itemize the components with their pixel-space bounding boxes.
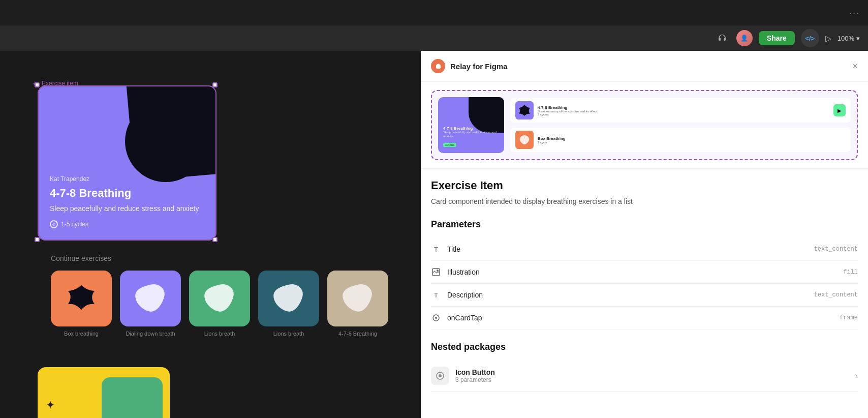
param-row-description: T Description text_content bbox=[431, 284, 858, 307]
panel-header: Relay for Figma × bbox=[421, 51, 868, 82]
exercise-name: Dialing down breath bbox=[126, 331, 175, 337]
component-title: Exercise Item bbox=[431, 179, 858, 192]
param-row-illustration: Illustration fill bbox=[431, 261, 858, 284]
relay-logo bbox=[431, 59, 445, 73]
list-item[interactable]: Box breathing bbox=[51, 271, 112, 337]
preview-mini-title: 4-7-8 Breathing bbox=[443, 126, 499, 131]
text-icon: T bbox=[431, 290, 441, 300]
toolbar: 👤 Share </> ▷ 100% ▾ bbox=[0, 25, 868, 51]
canvas: ✦ Exercise item Kat Trapendez 4-7-8 Brea… bbox=[0, 51, 421, 418]
preview-item-badge: 3 cycles bbox=[538, 113, 829, 116]
relay-panel: Relay for Figma × 4-7-8 Breathing Sleep … bbox=[421, 51, 868, 418]
preview-item-text: Box Breathing 1 cycle bbox=[538, 136, 846, 144]
preview-item-thumb bbox=[515, 101, 534, 120]
card-title: 4-7-8 Breathing bbox=[50, 187, 204, 200]
svg-point-5 bbox=[439, 374, 442, 377]
preview-list: 4-7-8 Breathing Short summary of the exe… bbox=[510, 98, 851, 152]
card-component-label: Exercise item bbox=[42, 80, 78, 87]
topbar: ··· bbox=[0, 0, 868, 25]
card-description: Sleep peacefully and reduce stress and a… bbox=[50, 204, 204, 214]
play-button[interactable]: ▷ bbox=[825, 34, 831, 43]
preview-item-btn[interactable]: ▶ bbox=[833, 104, 846, 116]
parameters-section-title: Parameters bbox=[431, 219, 858, 230]
nested-item-icon bbox=[431, 367, 449, 385]
selection-handle-tr[interactable] bbox=[212, 82, 218, 87]
exercise-name: 4-7-8 Breathing bbox=[338, 331, 377, 337]
preview-item-title: Box Breathing bbox=[538, 136, 846, 141]
preview-frame: 4-7-8 Breathing Sleep peacefully and red… bbox=[431, 90, 858, 160]
list-item[interactable]: 4-7-8 Breathing bbox=[327, 271, 388, 337]
component-desc: Card component intended to display breat… bbox=[431, 196, 858, 207]
svg-point-3 bbox=[435, 317, 437, 319]
more-options-icon[interactable]: ··· bbox=[849, 8, 860, 18]
cycles-clock-icon: ⏱ bbox=[50, 220, 58, 228]
param-name: Title bbox=[447, 245, 808, 253]
param-type: frame bbox=[840, 314, 858, 321]
text-icon: T bbox=[431, 244, 441, 254]
preview-item-text: 4-7-8 Breathing Short summary of the exe… bbox=[538, 105, 829, 116]
svg-point-1 bbox=[437, 270, 439, 272]
exercise-card[interactable]: Kat Trapendez 4-7-8 Breathing Sleep peac… bbox=[38, 85, 216, 241]
nested-item-icon-button[interactable]: Icon Button 3 parameters › bbox=[431, 361, 858, 392]
selection-handle-tl[interactable] bbox=[35, 82, 40, 87]
exercise-thumbnail-tan bbox=[327, 271, 388, 326]
preview-list-item: 4-7-8 Breathing Short summary of the exe… bbox=[510, 98, 851, 123]
panel-content: Exercise Item Card component intended to… bbox=[421, 169, 868, 418]
card-cycles: ⏱ 1-5 cycles bbox=[50, 220, 204, 228]
list-item[interactable]: Dialing down breath bbox=[120, 271, 181, 337]
param-row-oncardtap: onCardTap frame bbox=[431, 307, 858, 330]
param-name: Description bbox=[447, 291, 808, 299]
exercise-name: Box breathing bbox=[64, 331, 99, 337]
preview-area: 4-7-8 Breathing Sleep peacefully and red… bbox=[421, 82, 868, 169]
preview-mini-desc: Sleep peacefully and reduce stress and a… bbox=[443, 131, 499, 139]
preview-item-title: 4-7-8 Breathing bbox=[538, 105, 829, 110]
list-item[interactable]: Lions breath bbox=[258, 271, 319, 337]
exercise-name: Lions breath bbox=[204, 331, 235, 337]
preview-list-item: Box Breathing 1 cycle bbox=[510, 128, 851, 152]
nested-item-text: Icon Button 3 parameters bbox=[455, 368, 849, 383]
exercise-name: Lions breath bbox=[273, 331, 304, 337]
exercise-thumbnail-purple bbox=[120, 271, 181, 326]
param-type: text_content bbox=[814, 291, 858, 298]
panel-title: Relay for Figma bbox=[450, 62, 847, 71]
card-author: Kat Trapendez bbox=[50, 175, 204, 183]
preview-item-desc: 1 cycle bbox=[538, 141, 846, 144]
continue-exercises-section: Continue exercises Box breathing Dialing… bbox=[51, 254, 411, 337]
close-button[interactable]: × bbox=[852, 62, 858, 71]
share-button[interactable]: Share bbox=[759, 31, 795, 45]
exercise-thumbnail-orange bbox=[51, 271, 112, 326]
star-icon: ✦ bbox=[46, 399, 55, 412]
preview-item-thumb-orange bbox=[515, 131, 534, 149]
param-type: fill bbox=[843, 268, 858, 276]
preview-mini-badge: 3 cycles bbox=[443, 143, 456, 147]
param-name: onCardTap bbox=[447, 314, 833, 322]
list-item[interactable]: Lions breath bbox=[189, 271, 250, 337]
exercise-list: Box breathing Dialing down breath Lions … bbox=[51, 271, 411, 337]
exercise-thumbnail-teal bbox=[258, 271, 319, 326]
preview-mini-card: 4-7-8 Breathing Sleep peacefully and red… bbox=[438, 97, 504, 153]
param-row-title: T Title text_content bbox=[431, 238, 858, 261]
continue-label: Continue exercises bbox=[51, 254, 411, 262]
nested-item-name: Icon Button bbox=[455, 368, 849, 376]
param-name: Illustration bbox=[447, 268, 837, 276]
card-blob-shape-2 bbox=[125, 101, 206, 182]
nested-section-title: Nested packages bbox=[431, 342, 858, 352]
zoom-control[interactable]: 100% ▾ bbox=[838, 35, 860, 42]
selection-handle-br[interactable] bbox=[212, 237, 218, 242]
code-button[interactable]: </> bbox=[801, 29, 819, 47]
chevron-right-icon: › bbox=[855, 371, 858, 380]
user-avatar[interactable]: 👤 bbox=[736, 30, 753, 46]
headphone-icon[interactable] bbox=[714, 30, 730, 46]
nested-item-params: 3 parameters bbox=[455, 376, 849, 383]
bottom-green-card[interactable] bbox=[102, 377, 163, 418]
preview-mini-card-text: 4-7-8 Breathing Sleep peacefully and red… bbox=[443, 126, 499, 148]
image-icon bbox=[431, 267, 441, 277]
param-type: text_content bbox=[814, 246, 858, 253]
interaction-icon bbox=[431, 313, 441, 323]
selection-handle-bl[interactable] bbox=[35, 237, 40, 242]
exercise-thumbnail-green bbox=[189, 271, 250, 326]
card-content: Kat Trapendez 4-7-8 Breathing Sleep peac… bbox=[50, 175, 204, 228]
